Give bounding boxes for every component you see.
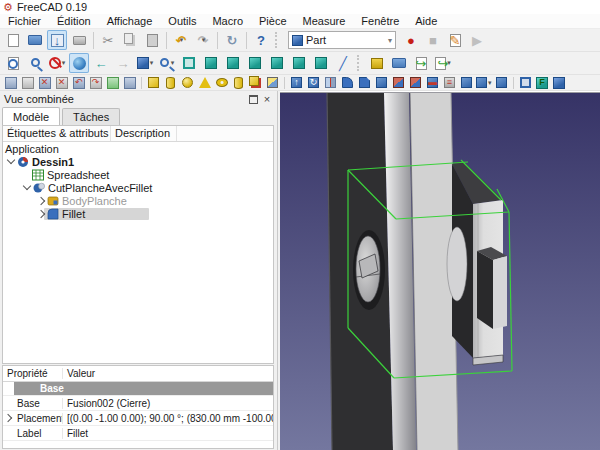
macro-play-icon[interactable]: ▶ [467, 30, 487, 50]
view-right-icon[interactable] [245, 53, 265, 73]
material-folder-icon[interactable] [389, 53, 409, 73]
nav-forward-icon[interactable]: → [113, 53, 133, 73]
chevron-down-icon[interactable]: ▾ [488, 79, 492, 87]
box-icon[interactable] [146, 75, 161, 90]
new-file-icon[interactable] [3, 30, 23, 50]
undo-icon[interactable]: ↶▾ [171, 30, 191, 50]
axle-disc[interactable] [447, 227, 467, 301]
bolt-left-face[interactable] [477, 251, 493, 329]
create-primitives-icon[interactable] [248, 75, 263, 90]
chevron-down-icon[interactable]: ▾ [202, 36, 206, 44]
menu-item[interactable]: Measure [295, 14, 354, 29]
whats-this-icon[interactable]: ? [251, 30, 271, 50]
paste-icon[interactable] [142, 30, 162, 50]
tree-item-fillet[interactable]: Fillet [3, 207, 273, 220]
dock-close-button[interactable]: × [261, 93, 273, 105]
structure-part-icon[interactable] [3, 75, 18, 90]
macro-edit-icon[interactable]: ✎ [445, 30, 465, 50]
chevron-down-icon[interactable]: ▾ [180, 36, 184, 44]
menu-item[interactable]: Macro [204, 14, 251, 29]
menu-item[interactable]: Outils [160, 14, 204, 29]
clipping-plane-icon[interactable]: ▾ [47, 53, 67, 73]
tab-modele[interactable]: Modèle [2, 107, 60, 125]
sphere-icon[interactable] [180, 75, 195, 90]
chevron-collapsed-icon[interactable] [37, 196, 45, 204]
print-icon[interactable] [69, 30, 89, 50]
view-front-icon[interactable] [201, 53, 221, 73]
redo-icon[interactable]: ↷▾ [193, 30, 213, 50]
tree-header[interactable]: Étiquettes & attributs Description [3, 126, 273, 142]
view-top-icon[interactable] [223, 53, 243, 73]
mirror-icon[interactable] [323, 75, 338, 90]
tree-item-cutplancheavecfillet[interactable]: CutPlancheAvecFillet [3, 181, 273, 194]
menu-item[interactable]: Aide [407, 14, 445, 29]
view-axonometric-icon[interactable] [179, 53, 199, 73]
cone-icon[interactable] [197, 75, 212, 90]
tube-icon[interactable] [231, 75, 246, 90]
property-group-base[interactable]: Base [3, 382, 273, 396]
structure-group-icon[interactable] [20, 75, 35, 90]
macro-record-icon[interactable]: ● [401, 30, 421, 50]
menu-item[interactable]: Affichage [99, 14, 161, 29]
structure-link-icon[interactable]: ✕ [37, 75, 52, 90]
link-replace-icon[interactable]: ↪▾ [433, 53, 453, 73]
property-header-row[interactable]: Propriété Valeur [3, 366, 273, 382]
copy-icon[interactable] [120, 30, 140, 50]
structure-unlink-icon[interactable]: ✕ [54, 75, 69, 90]
view-rear-icon[interactable] [267, 53, 287, 73]
property-row-label[interactable]: Label Fillet [3, 426, 273, 441]
loft-icon[interactable] [391, 75, 406, 90]
structure-variant-icon[interactable] [122, 75, 137, 90]
menu-item[interactable]: Fichier [0, 14, 49, 29]
chevron-expanded-icon[interactable] [7, 156, 15, 164]
fit-all-icon[interactable] [3, 53, 23, 73]
view-bottom-icon[interactable] [289, 53, 309, 73]
save-icon[interactable]: ↓ [47, 30, 67, 50]
offset-2d-icon[interactable]: ▾ [476, 75, 492, 90]
tree-item-dessin1[interactable]: Dessin1 [3, 155, 273, 168]
menu-item[interactable]: Pièce [251, 14, 295, 29]
compound-icon[interactable] [518, 75, 533, 90]
chamfer-icon[interactable] [357, 75, 372, 90]
macro-stop-icon[interactable]: ■ [423, 30, 443, 50]
view-isometric-icon[interactable]: ▾ [135, 53, 155, 73]
structure-group-link-icon[interactable] [105, 75, 120, 90]
torus-icon[interactable] [214, 75, 229, 90]
open-folder-icon[interactable] [25, 30, 45, 50]
menu-item[interactable]: Fenêtre [353, 14, 407, 29]
shape-builder-icon[interactable] [265, 75, 280, 90]
draw-style-icon[interactable] [69, 53, 89, 73]
ruled-surface-icon[interactable] [374, 75, 389, 90]
view-left-icon[interactable] [311, 53, 331, 73]
3d-viewport[interactable] [280, 92, 600, 450]
tree-item-spreadsheet[interactable]: Spreadsheet [3, 168, 273, 181]
boolean-icon[interactable] [552, 75, 567, 90]
chevron-down-icon[interactable]: ▾ [62, 59, 66, 67]
fillet-icon[interactable] [340, 75, 355, 90]
tab-taches[interactable]: Tâches [62, 108, 120, 125]
chevron-expanded-icon[interactable] [23, 182, 31, 190]
chevron-down-icon[interactable]: ▾ [171, 59, 175, 67]
nav-back-icon[interactable]: ← [91, 53, 111, 73]
sweep-icon[interactable] [408, 75, 423, 90]
bolt-front-face[interactable] [493, 256, 507, 329]
workbench-selector[interactable]: Part ▾ [288, 31, 396, 49]
fit-selection-icon[interactable] [25, 53, 45, 73]
refresh-icon[interactable]: ↻ [222, 30, 242, 50]
menu-item[interactable]: Édition [49, 14, 99, 29]
cross-sections-icon[interactable]: ≡ [442, 75, 457, 90]
measure-icon[interactable]: ╱ [333, 53, 353, 73]
cylinder-icon[interactable] [163, 75, 178, 90]
zoom-icon[interactable]: ▾ [157, 53, 177, 73]
property-row-placement[interactable]: Placement [(0.00 -1.00 0.00); 90.00 °; (… [3, 411, 273, 426]
section-icon[interactable]: ▬ [425, 75, 440, 90]
chevron-down-icon[interactable]: ▾ [150, 59, 154, 67]
dock-float-button[interactable] [247, 93, 259, 105]
dock-title-bar[interactable]: Vue combinée × [0, 91, 277, 107]
revolve-icon[interactable]: ↻ [306, 75, 321, 90]
chevron-down-icon[interactable]: ▾ [447, 59, 451, 67]
structure-replace-icon[interactable]: ↶ [71, 75, 86, 90]
extrude-icon[interactable]: ↑ [289, 75, 304, 90]
property-row-base[interactable]: Base Fusion002 (Cierre) [3, 396, 273, 411]
compound-filter-icon[interactable]: F [535, 75, 550, 90]
